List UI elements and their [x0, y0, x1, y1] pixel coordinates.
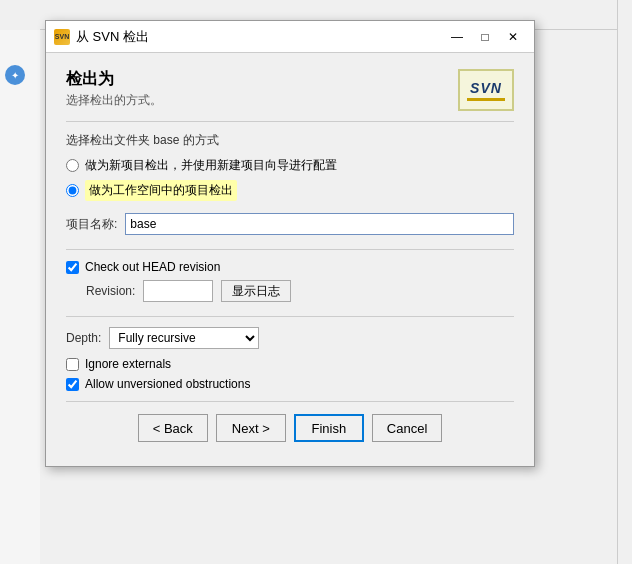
back-button[interactable]: < Back: [138, 414, 208, 442]
dialog-heading: 检出为: [66, 69, 444, 90]
ignore-externals-checkbox[interactable]: [66, 358, 79, 371]
depth-row: Depth: Fully recursive Immediate childre…: [66, 327, 514, 349]
radio-new-project-input[interactable]: [66, 159, 79, 172]
depth-label: Depth:: [66, 331, 101, 345]
revision-input[interactable]: [143, 280, 213, 302]
sidebar-icon-1[interactable]: ✦: [5, 65, 25, 85]
radio-new-project[interactable]: 做为新项目检出，并使用新建项目向导进行配置: [66, 157, 514, 174]
left-panel: ✦: [0, 30, 40, 564]
checkout-options: 做为新项目检出，并使用新建项目向导进行配置 做为工作空间中的项目检出: [66, 157, 514, 201]
allow-unversioned-label: Allow unversioned obstructions: [85, 377, 250, 391]
mid-separator: [66, 249, 514, 250]
head-revision-checkbox[interactable]: [66, 261, 79, 274]
depth-select[interactable]: Fully recursive Immediate children Only …: [109, 327, 259, 349]
radio-workspace-input[interactable]: [66, 184, 79, 197]
dialog-subheading: 选择检出的方式。: [66, 92, 444, 109]
allow-unversioned-checkbox[interactable]: [66, 378, 79, 391]
ignore-externals-label: Ignore externals: [85, 357, 171, 371]
folder-label: 选择检出文件夹 base 的方式: [66, 132, 514, 149]
project-name-label: 项目名称:: [66, 216, 117, 233]
radio-new-project-label: 做为新项目检出，并使用新建项目向导进行配置: [85, 157, 337, 174]
depth-separator: [66, 316, 514, 317]
finish-button[interactable]: Finish: [294, 414, 364, 442]
head-revision-label: Check out HEAD revision: [85, 260, 220, 274]
radio-workspace-project[interactable]: 做为工作空间中的项目检出: [66, 180, 514, 201]
dialog-buttons: < Back Next > Finish Cancel: [66, 401, 514, 450]
dialog-icon: SVN: [54, 29, 70, 45]
dialog-content: 检出为 选择检出的方式。 SVN 选择检出文件夹 base 的方式 做为新项目检…: [46, 53, 534, 466]
head-revision-checkbox-row[interactable]: Check out HEAD revision: [66, 260, 514, 274]
project-name-row: 项目名称:: [66, 213, 514, 235]
svn-logo-bar: [467, 98, 505, 101]
right-scrollbar[interactable]: [617, 0, 632, 564]
svn-logo: SVN: [458, 69, 514, 111]
allow-unversioned-row[interactable]: Allow unversioned obstructions: [66, 377, 514, 391]
ignore-externals-row[interactable]: Ignore externals: [66, 357, 514, 371]
sidebar-icons: ✦: [5, 65, 25, 85]
radio-workspace-label: 做为工作空间中的项目检出: [85, 180, 237, 201]
dialog-titlebar: SVN 从 SVN 检出 — □ ✕: [46, 21, 534, 53]
cancel-button[interactable]: Cancel: [372, 414, 442, 442]
dialog-title: 从 SVN 检出: [76, 28, 442, 46]
show-log-button[interactable]: 显示日志: [221, 280, 291, 302]
next-button[interactable]: Next >: [216, 414, 286, 442]
revision-label: Revision:: [86, 284, 135, 298]
close-button[interactable]: ✕: [500, 27, 526, 47]
project-name-input[interactable]: [125, 213, 514, 235]
header-divider: [66, 121, 514, 122]
revision-row: Revision: 显示日志: [86, 280, 514, 302]
minimize-button[interactable]: —: [444, 27, 470, 47]
svn-checkout-dialog: SVN 从 SVN 检出 — □ ✕ 检出为 选择检出的方式。 SVN 选择检出…: [45, 20, 535, 467]
maximize-button[interactable]: □: [472, 27, 498, 47]
